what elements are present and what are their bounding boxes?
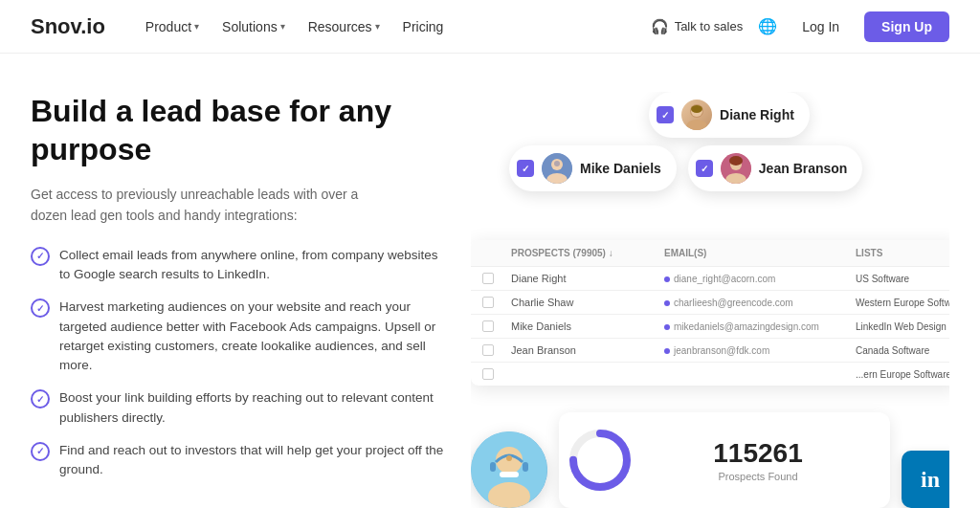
avatar-diane	[681, 99, 712, 130]
row-checkbox[interactable]	[482, 320, 494, 332]
svg-rect-15	[490, 462, 496, 472]
chevron-down-icon: ▾	[280, 21, 285, 32]
row-email: diane_right@acorn.com	[664, 274, 856, 284]
navbar: Snov.io Product ▾ Solutions ▾ Resources …	[0, 0, 980, 54]
login-button[interactable]: Log In	[792, 13, 849, 40]
checkbox-mike	[517, 160, 534, 177]
contact-name-mike: Mike Daniels	[580, 161, 661, 176]
linkedin-icon: in	[921, 467, 940, 493]
contact-name-jean: Jean Branson	[759, 161, 848, 176]
bottom-section: 115261 Prospects Found in	[471, 403, 949, 508]
counter-number: 115261	[713, 438, 802, 469]
row-list: ...ern Europe Software	[856, 369, 949, 380]
check-icon	[31, 389, 50, 409]
row-name: Charlie Shaw	[511, 297, 664, 308]
email-dot	[664, 300, 670, 306]
feature-item-1: Collect email leads from anywhere online…	[31, 246, 452, 285]
avatar-jean	[721, 153, 751, 184]
table-row[interactable]: Jean Branson jeanbranson@fdk.com Canada …	[471, 339, 949, 363]
check-icon	[31, 298, 50, 318]
nav-right: 🎧 Talk to sales 🌐 Log In Sign Up	[651, 11, 949, 42]
contact-card-mike[interactable]: Mike Daniels	[509, 145, 677, 191]
contact-card-diane[interactable]: Diane Right	[649, 92, 810, 138]
nav-links: Product ▾ Solutions ▾ Resources ▾ Pricin…	[136, 13, 651, 40]
hero-left: Build a lead base for any purpose Get ac…	[31, 92, 471, 508]
nav-pricing[interactable]: Pricing	[393, 13, 454, 40]
nav-solutions[interactable]: Solutions ▾	[212, 13, 295, 40]
checkbox-jean	[696, 160, 713, 177]
email-dot	[664, 324, 670, 330]
row-name: Diane Right	[511, 273, 664, 284]
check-icon	[31, 442, 50, 461]
card-row-2: Mike Daniels Jean Branson	[509, 145, 949, 191]
table-header: PROSPECTS (79905) ↓ EMAIL(S) LISTS	[471, 240, 949, 267]
email-dot	[664, 276, 670, 282]
svg-rect-16	[523, 462, 528, 472]
row-email: jeanbranson@fdk.com	[664, 345, 856, 356]
headset-icon: 🎧	[651, 18, 669, 35]
svg-point-11	[729, 156, 743, 166]
support-avatar	[471, 431, 547, 508]
nav-resources[interactable]: Resources ▾	[299, 13, 390, 40]
hero-headline: Build a lead base for any purpose	[31, 92, 452, 168]
row-name: Jean Branson	[511, 344, 664, 356]
col-check-header	[482, 248, 511, 258]
nav-product[interactable]: Product ▾	[136, 13, 209, 40]
feature-item-4: Find and reach out to investors that wil…	[31, 441, 452, 480]
row-checkbox[interactable]	[482, 273, 494, 284]
feature-item-3: Boost your link building efforts by reac…	[31, 388, 452, 428]
table-row[interactable]: Diane Right diane_right@acorn.com US Sof…	[471, 267, 949, 291]
email-dot	[664, 348, 670, 354]
talk-to-sales-button[interactable]: 🎧 Talk to sales	[651, 18, 744, 35]
checkbox-diane	[657, 106, 674, 123]
row-list: Western Europe Software	[856, 298, 949, 308]
logo-text: Snov.io	[31, 14, 105, 38]
contact-cards: Diane Right Mike Daniels	[509, 92, 949, 191]
svg-point-1	[686, 120, 707, 130]
avatar-mike	[542, 153, 572, 184]
chevron-down-icon: ▾	[375, 21, 380, 32]
contact-card-jean[interactable]: Jean Branson	[688, 145, 863, 191]
svg-point-3	[691, 105, 702, 113]
row-email: mikedaniels@amazingdesign.com	[664, 321, 856, 332]
counter-label: Prospects Found	[713, 471, 802, 482]
svg-point-17	[506, 455, 512, 461]
hero-right: Diane Right Mike Daniels	[471, 92, 949, 508]
row-checkbox[interactable]	[482, 368, 494, 380]
main-content: Build a lead base for any purpose Get ac…	[0, 54, 980, 508]
row-list: Canada Software	[856, 345, 949, 356]
table-row[interactable]: Charlie Shaw charlieesh@greencode.com We…	[471, 291, 949, 315]
row-email: charlieesh@greencode.com	[664, 298, 856, 308]
prospects-table: PROSPECTS (79905) ↓ EMAIL(S) LISTS Diane…	[471, 240, 949, 386]
logo[interactable]: Snov.io	[31, 14, 105, 39]
col-lists-header: LISTS	[856, 248, 949, 258]
contact-name-diane: Diane Right	[720, 107, 794, 122]
table-row[interactable]: Mike Daniels mikedaniels@amazingdesign.c…	[471, 315, 949, 339]
table-row: ...ern Europe Software	[471, 363, 949, 386]
globe-icon[interactable]: 🌐	[758, 17, 777, 35]
feature-list: Collect email leads from anywhere online…	[31, 246, 452, 480]
row-list: US Software	[856, 274, 949, 284]
feature-item-2: Harvest marketing audiences on your webs…	[31, 298, 452, 375]
card-row-1: Diane Right	[509, 92, 949, 138]
row-name: Mike Daniels	[511, 320, 664, 332]
svg-point-7	[554, 161, 560, 166]
hero-subtext: Get access to previously unreachable lea…	[31, 184, 394, 227]
row-checkbox[interactable]	[482, 344, 494, 356]
row-checkbox[interactable]	[482, 297, 494, 308]
check-icon	[31, 247, 50, 266]
svg-rect-18	[500, 472, 519, 477]
signup-button[interactable]: Sign Up	[864, 11, 949, 42]
col-email-header: EMAIL(S)	[664, 248, 856, 258]
chevron-down-icon: ▾	[194, 21, 199, 32]
linkedin-badge[interactable]: in	[902, 451, 949, 508]
col-prospects-header: PROSPECTS (79905) ↓	[511, 248, 664, 258]
row-list: LinkedIn Web Design	[856, 321, 949, 332]
prospects-counter: 115261 Prospects Found	[559, 412, 890, 508]
